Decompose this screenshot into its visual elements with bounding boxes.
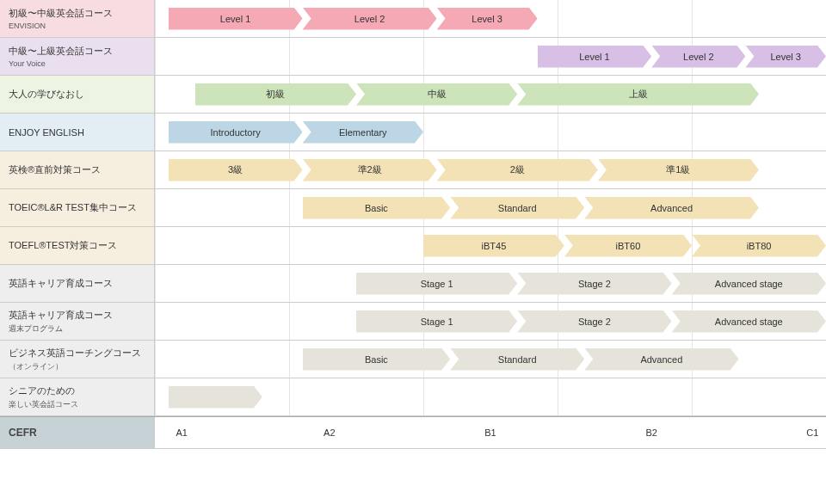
course-title: 大人の学びなおし xyxy=(9,88,145,101)
course-label: 大人の学びなおし xyxy=(0,76,155,113)
course-title: ENJOY ENGLISH xyxy=(9,127,145,138)
course-row-yourvoice: 中級〜上級英会話コースYour VoiceLevel 1Level 2Level… xyxy=(0,38,826,76)
level-segment: Standard xyxy=(450,197,584,219)
course-subtitle: ENVISION xyxy=(9,22,145,30)
course-title: シニアのための xyxy=(9,384,145,397)
level-segment: 準1級 xyxy=(598,159,759,181)
course-title: 英語キャリア育成コース xyxy=(9,277,145,290)
course-subtitle: （オンライン） xyxy=(9,361,145,372)
course-track: Level 1Level 2Level 3 xyxy=(155,38,826,75)
level-segment: 中級 xyxy=(356,83,517,106)
course-row-biz_coaching: ビジネス英語コーチングコース（オンライン）BasicStandardAdvanc… xyxy=(0,341,826,378)
course-label: ENJOY ENGLISH xyxy=(0,114,155,151)
course-level-chart: 初級〜中級英会話コースENVISIONLevel 1Level 2Level 3… xyxy=(0,0,826,449)
cefr-tick: B1 xyxy=(484,427,496,438)
course-subtitle: 楽しい英会話コース xyxy=(9,399,145,410)
level-segment: 準2級 xyxy=(303,159,437,181)
course-row-toefl: TOEFL®TEST対策コースiBT45iBT60iBT80 xyxy=(0,227,826,265)
course-row-senior: シニアのための楽しい英会話コース xyxy=(0,378,826,416)
course-row-enjoy: ENJOY ENGLISHIntroductoryElementary xyxy=(0,114,826,151)
course-subtitle: Your Voice xyxy=(9,59,145,68)
course-label: TOEFL®TEST対策コース xyxy=(0,227,155,264)
level-segment: iBT45 xyxy=(423,235,564,257)
course-title: ビジネス英語コーチングコース xyxy=(9,347,145,360)
level-segment: 2級 xyxy=(437,159,598,181)
course-title: 英語キャリア育成コース xyxy=(9,309,145,322)
course-title: TOEIC®L&R TEST集中コース xyxy=(9,201,145,214)
course-label: TOEIC®L&R TEST集中コース xyxy=(0,189,155,226)
level-segment: 3級 xyxy=(169,159,303,181)
course-row-manabi: 大人の学びなおし初級中級上級 xyxy=(0,76,826,114)
level-segment: iBT60 xyxy=(564,235,692,257)
level-segment: Stage 2 xyxy=(517,273,671,295)
course-label: ビジネス英語コーチングコース（オンライン） xyxy=(0,341,155,378)
course-title: TOEFL®TEST対策コース xyxy=(9,239,145,252)
course-subtitle: 週末プログラム xyxy=(9,323,145,335)
course-row-career: 英語キャリア育成コースStage 1Stage 2Advanced stage xyxy=(0,265,826,303)
level-segment: Basic xyxy=(303,197,451,219)
course-title: 中級〜上級英会話コース xyxy=(9,45,145,58)
course-track xyxy=(155,378,826,415)
course-row-envision: 初級〜中級英会話コースENVISIONLevel 1Level 2Level 3 xyxy=(0,0,826,38)
level-segment: Level 3 xyxy=(437,8,538,30)
course-label: 英検®直前対策コース xyxy=(0,151,155,188)
course-row-career_weekend: 英語キャリア育成コース週末プログラムStage 1Stage 2Advanced… xyxy=(0,303,826,341)
level-segment: Level 3 xyxy=(745,46,826,68)
course-title: 英検®直前対策コース xyxy=(9,163,145,176)
level-segment: Stage 2 xyxy=(517,310,671,333)
level-segment: 上級 xyxy=(517,83,759,106)
level-segment: Level 2 xyxy=(303,8,437,30)
course-label: 初級〜中級英会話コースENVISION xyxy=(0,0,155,37)
level-segment: 初級 xyxy=(195,83,356,106)
course-track: Stage 1Stage 2Advanced stage xyxy=(155,265,826,302)
course-row-eiken: 英検®直前対策コース3級準2級2級準1級 xyxy=(0,151,826,189)
course-label: 英語キャリア育成コース xyxy=(0,265,155,302)
cefr-tick: C1 xyxy=(806,427,818,438)
level-segment: Advanced stage xyxy=(672,273,826,295)
level-segment: Advanced xyxy=(584,197,759,219)
cefr-tick: B2 xyxy=(645,427,656,438)
course-label: 中級〜上級英会話コースYour Voice xyxy=(0,38,155,75)
course-row-toeic: TOEIC®L&R TEST集中コースBasicStandardAdvanced xyxy=(0,189,826,227)
level-segment: Advanced xyxy=(584,348,738,371)
cefr-tick: A1 xyxy=(176,427,187,438)
cefr-label: CEFR xyxy=(0,417,155,448)
course-label: シニアのための楽しい英会話コース xyxy=(0,378,155,415)
course-track: BasicStandardAdvanced xyxy=(155,341,826,378)
cefr-row: CEFRA1A2B1B2C1 xyxy=(0,416,826,449)
level-segment: Elementary xyxy=(303,121,423,144)
course-track: Stage 1Stage 2Advanced stage xyxy=(155,303,826,340)
course-track: BasicStandardAdvanced xyxy=(155,189,826,226)
course-track: 初級中級上級 xyxy=(155,76,826,113)
level-segment: Basic xyxy=(303,348,451,371)
course-label: 英語キャリア育成コース週末プログラム xyxy=(0,303,155,340)
cefr-tick: A2 xyxy=(324,427,335,438)
level-segment: Advanced stage xyxy=(672,310,826,333)
level-segment: Level 2 xyxy=(651,46,745,68)
level-segment: Level 1 xyxy=(169,8,303,30)
level-segment xyxy=(169,386,262,409)
course-track: iBT45iBT60iBT80 xyxy=(155,227,826,264)
level-segment: Standard xyxy=(450,348,584,371)
course-track: 3級準2級2級準1級 xyxy=(155,151,826,188)
course-title: 初級〜中級英会話コース xyxy=(9,7,145,20)
level-segment: Stage 1 xyxy=(356,273,517,295)
course-track: IntroductoryElementary xyxy=(155,114,826,151)
level-segment: Introductory xyxy=(169,121,303,144)
level-segment: iBT80 xyxy=(692,235,826,257)
level-segment: Level 1 xyxy=(538,46,652,68)
level-segment: Stage 1 xyxy=(356,310,517,333)
cefr-scale: A1A2B1B2C1 xyxy=(155,417,826,448)
course-track: Level 1Level 2Level 3 xyxy=(155,0,826,37)
